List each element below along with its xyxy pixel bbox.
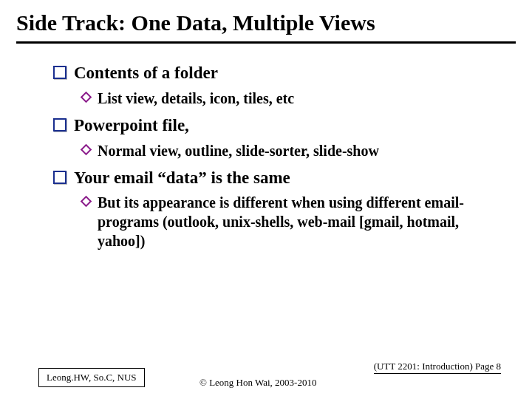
bullet-text: Contents of a folder (74, 63, 218, 84)
bullet-level2: But its appearance is different when usi… (78, 193, 497, 250)
subbullet-text: List view, details, icon, tiles, etc (98, 89, 294, 108)
subbullet-text: Normal view, outline, slide-sorter, slid… (98, 141, 379, 160)
bullet-text: Powerpoint file, (74, 115, 189, 137)
diamond-bullet-icon (78, 146, 93, 154)
square-bullet-icon (53, 66, 66, 79)
subbullet-text: But its appearance is different when usi… (98, 193, 497, 250)
page-reference: (UTT 2201: Introduction) Page 8 (374, 361, 501, 374)
bullet-level2: List view, details, icon, tiles, etc (78, 89, 497, 108)
copyright-text: © Leong Hon Wai, 2003-2010 (200, 377, 316, 389)
bullet-level1: Powerpoint file, (53, 115, 497, 137)
author-box: Leong.HW, So.C, NUS (38, 368, 145, 387)
slide-title: Side Track: One Data, Multiple Views (0, 0, 532, 40)
bullet-level2: Normal view, outline, slide-sorter, slid… (78, 141, 497, 160)
square-bullet-icon (53, 118, 66, 132)
slide-body: Contents of a folder List view, details,… (0, 51, 532, 250)
bullet-text: Your email “data” is the same (74, 168, 290, 189)
page-ref-wrap: (UTT 2201: Introduction) Page 8 (374, 359, 501, 374)
bullet-level1: Contents of a folder (53, 63, 497, 84)
title-underline (16, 41, 516, 44)
slide: Side Track: One Data, Multiple Views Con… (0, 0, 532, 399)
diamond-bullet-icon (78, 93, 93, 101)
diamond-bullet-icon (78, 197, 93, 205)
slide-footer: Leong.HW, So.C, NUS © Leong Hon Wai, 200… (0, 358, 532, 389)
square-bullet-icon (53, 171, 66, 184)
bullet-level1: Your email “data” is the same (53, 168, 497, 189)
